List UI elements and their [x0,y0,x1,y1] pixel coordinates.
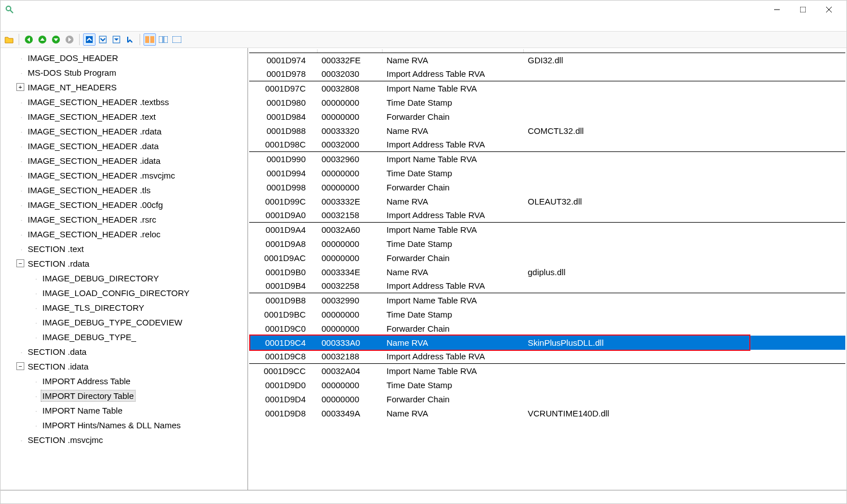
tree-node[interactable]: ·IMPORT Address Table [4,373,246,388]
tree-toggle-icon[interactable]: − [16,259,24,267]
cell-value [523,251,845,265]
table-row[interactable]: 0001D99000032960Import Name Table RVA [249,152,845,166]
table-row[interactable]: 0001D9D000000000Time Date Stamp [249,378,845,392]
tree-node[interactable]: ·MS-DOS Stub Program [4,65,246,80]
tree-label: IMAGE_SECTION_HEADER .msvcjmc [27,170,176,181]
col-header-value[interactable] [523,49,845,53]
nav-last-icon[interactable] [63,33,76,46]
table-row[interactable]: 0001D9B400032258Import Address Table RVA [249,279,845,293]
table-row[interactable]: 0001D97800032030Import Address Table RVA [249,67,845,81]
tree-node[interactable]: ·IMAGE_SECTION_HEADER .text [4,109,246,124]
table-row[interactable]: 0001D974000332FEName RVAGDI32.dll [249,53,845,67]
open-icon[interactable] [3,33,15,46]
layout-1-icon[interactable] [144,33,156,46]
tree-node[interactable]: ·IMPORT Name Table [4,403,246,418]
tree-node[interactable]: ·IMAGE_SECTION_HEADER .tls [4,183,246,197]
nav-down-icon[interactable] [50,33,62,46]
cell-data: 00000000 [317,392,382,406]
cell-desc: Forwarder Chain [382,392,523,406]
cell-pFile: 0001D9B8 [249,293,317,307]
tree-node[interactable]: ·IMAGE_SECTION_HEADER .data [4,138,246,153]
layout-3-icon[interactable] [171,33,183,46]
table-row[interactable]: 0001D98000000000Time Date Stamp [249,95,845,110]
table-row[interactable]: 0001D98C00032000Import Address Table RVA [249,138,845,152]
tree-node[interactable]: ·IMAGE_SECTION_HEADER .idata [4,153,246,168]
tree-toggle-icon[interactable]: + [16,83,24,91]
table-row[interactable]: 0001D99400000000Time Date Stamp [249,166,845,180]
tree-node[interactable]: ·IMAGE_SECTION_HEADER .msvcjmc [4,168,246,183]
tree-node[interactable]: ·IMAGE_DEBUG_TYPE_CODEVIEW [4,315,246,329]
col-header-pfile[interactable] [249,49,317,53]
tree-node[interactable]: ·IMAGE_DEBUG_DIRECTORY [4,271,246,285]
table-row[interactable]: 0001D9C800032188Import Address Table RVA [249,350,845,364]
cell-value: gdiplus.dll [523,265,845,279]
maximize-button[interactable] [790,1,816,18]
tree-node[interactable]: ·IMAGE_SECTION_HEADER .00cfg [4,197,246,212]
tree-node[interactable]: ·IMPORT Hints/Names & DLL Names [4,418,246,432]
table-row[interactable]: 0001D9B00003334EName RVAgdiplus.dll [249,265,845,279]
nav-up-icon[interactable] [36,33,49,46]
table-row[interactable]: 0001D98800033320Name RVACOMCTL32.dll [249,124,845,138]
view-mode2-icon[interactable] [97,33,109,46]
table-row[interactable]: 0001D98400000000Forwarder Chain [249,110,845,124]
table-row[interactable]: 0001D99C0003332EName RVAOLEAUT32.dll [249,194,845,208]
layout-2-icon[interactable] [157,33,170,46]
menu-file[interactable] [5,24,16,26]
cell-pFile: 0001D9D4 [249,392,317,406]
nav-first-icon[interactable] [23,33,35,46]
tree-node[interactable]: ·IMPORT Directory Table [4,388,246,403]
tree-node[interactable]: ·IMAGE_LOAD_CONFIG_DIRECTORY [4,285,246,300]
cell-data: 00000000 [317,110,382,124]
table-view[interactable]: 0001D974000332FEName RVAGDI32.dll0001D97… [249,49,845,489]
table-row[interactable]: 0001D9AC00000000Forwarder Chain [249,251,845,265]
close-button[interactable] [816,1,842,18]
svg-rect-16 [164,36,168,43]
tree-node[interactable]: ·SECTION .msvcjmc [4,432,246,447]
tree-node[interactable]: ·IMAGE_DEBUG_TYPE_ [4,329,246,344]
tree-node[interactable]: ·IMAGE_DOS_HEADER [4,50,246,65]
view-mode4-icon[interactable] [124,33,136,46]
table-row[interactable]: 0001D99800000000Forwarder Chain [249,180,845,194]
cell-data: 00000000 [317,378,382,392]
tree-view[interactable]: ·IMAGE_DOS_HEADER·MS-DOS Stub Program+IM… [2,49,246,489]
tree-node[interactable]: ·IMAGE_SECTION_HEADER .rdata [4,124,246,138]
table-row[interactable]: 0001D9A800000000Time Date Stamp [249,237,845,251]
col-header-data[interactable] [317,49,382,53]
cell-desc: Import Name Table RVA [382,223,523,237]
col-header-description[interactable] [382,49,523,53]
cell-pFile: 0001D9C0 [249,321,317,336]
table-row[interactable]: 0001D9C4000333A0Name RVASkinPlusPlusDLL.… [249,336,845,350]
table-row[interactable]: 0001D9D80003349AName RVAVCRUNTIME140D.dl… [249,406,845,420]
table-row[interactable]: 0001D9D400000000Forwarder Chain [249,392,845,406]
tree-node[interactable]: ·IMAGE_SECTION_HEADER .textbss [4,94,246,109]
menu-goto[interactable] [28,24,39,26]
tree-node[interactable]: −SECTION .idata [4,359,246,373]
tree-node[interactable]: ·IMAGE_TLS_DIRECTORY [4,300,246,315]
minimize-button[interactable] [764,1,790,18]
table-row[interactable]: 0001D9A000032158Import Address Table RVA [249,208,845,223]
tree-node[interactable]: ·SECTION .text [4,241,246,256]
cell-data: 00032158 [317,208,382,223]
tree-node[interactable]: −SECTION .rdata [4,256,246,271]
tree-toggle-icon[interactable]: − [16,362,24,370]
table-row[interactable]: 0001D9A400032A60Import Name Table RVA [249,223,845,237]
view-mode3-icon[interactable] [110,33,123,46]
table-row[interactable]: 0001D9C000000000Forwarder Chain [249,321,845,336]
menu-view[interactable] [16,24,28,26]
tree-leaf-icon: · [16,347,27,357]
table-row[interactable]: 0001D9CC00032A04Import Name Table RVA [249,364,845,378]
tree-node[interactable]: ·SECTION .data [4,344,246,359]
table-row[interactable]: 0001D9B800032990Import Name Table RVA [249,293,845,307]
view-mode1-icon[interactable] [83,33,95,46]
table-row[interactable]: 0001D97C00032808Import Name Table RVA [249,81,845,95]
tree-node[interactable]: ·IMAGE_SECTION_HEADER .reloc [4,227,246,241]
table-row[interactable]: 0001D9BC00000000Time Date Stamp [249,307,845,321]
tree-label: IMPORT Hints/Names & DLL Names [41,420,182,431]
tree-label: IMAGE_SECTION_HEADER .text [27,111,157,122]
menu-help[interactable] [39,24,50,26]
cell-value [523,321,845,336]
tree-node[interactable]: ·IMAGE_SECTION_HEADER .rsrc [4,212,246,227]
cell-pFile: 0001D974 [249,53,317,67]
cell-desc: Forwarder Chain [382,180,523,194]
tree-node[interactable]: +IMAGE_NT_HEADERS [4,80,246,94]
